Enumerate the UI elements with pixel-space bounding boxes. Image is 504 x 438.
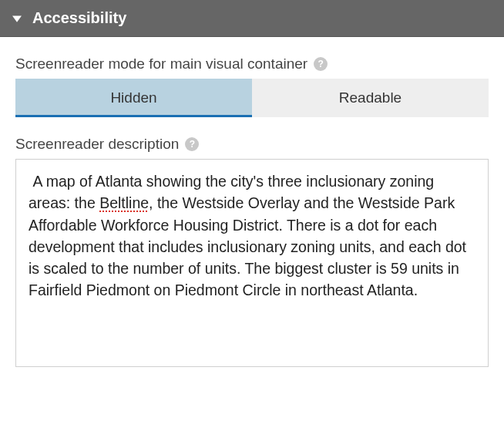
screenreader-mode-option-hidden[interactable]: Hidden [15, 79, 252, 117]
collapse-caret-icon [12, 14, 22, 23]
screenreader-description-label: Screenreader description [15, 136, 179, 153]
screenreader-mode-label: Screenreader mode for main visual contai… [15, 56, 307, 72]
spellcheck-mark: Beltline [99, 194, 149, 211]
help-icon[interactable]: ? [314, 57, 328, 71]
screenreader-mode-label-row: Screenreader mode for main visual contai… [15, 56, 489, 72]
screenreader-description-textarea[interactable]: A map of Atlanta showing the city's thre… [15, 159, 489, 367]
screenreader-mode-segmented-control: Hidden Readable [15, 79, 489, 117]
help-icon[interactable]: ? [185, 137, 199, 151]
svg-marker-0 [12, 15, 22, 22]
accessibility-panel-body: Screenreader mode for main visual contai… [0, 37, 504, 386]
accessibility-panel-header[interactable]: Accessibility [0, 0, 504, 37]
screenreader-description-label-row: Screenreader description ? [15, 136, 489, 153]
screenreader-mode-option-readable[interactable]: Readable [252, 79, 489, 117]
panel-title: Accessibility [32, 9, 126, 27]
